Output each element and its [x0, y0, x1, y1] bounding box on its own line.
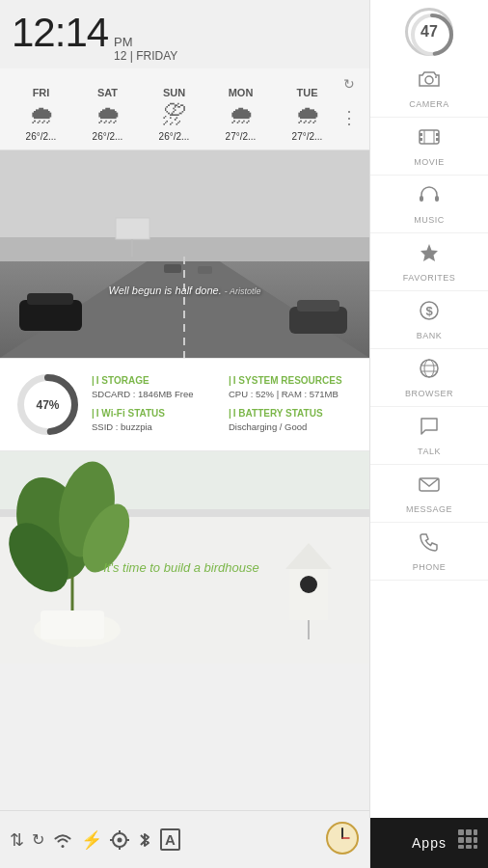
- weather-day: FRI 🌧 26°/2...: [8, 87, 74, 142]
- weather-day: MON 🌧 27°/2...: [207, 87, 274, 142]
- weather-day-temp: 27°/2...: [292, 131, 323, 142]
- svg-rect-5: [27, 293, 73, 305]
- svg-rect-41: [420, 130, 439, 144]
- sidebar-item-camera[interactable]: CAMERA: [370, 60, 488, 118]
- status-icons: ⇅ ↻ ⚡ A: [10, 828, 180, 851]
- svg-point-54: [424, 360, 434, 377]
- sidebar-item-phone[interactable]: PHONE: [370, 523, 488, 581]
- sidebar-item-label: MUSIC: [414, 215, 445, 225]
- weather-day-temp: 26°/2...: [93, 131, 123, 142]
- weather-day: SAT 🌧 26°/2...: [74, 87, 141, 142]
- battery-value: Discharging / Good: [229, 420, 358, 434]
- storage-section: |I STORAGE SDCARD : 1846MB Free: [92, 375, 221, 401]
- clock-widget-icon[interactable]: [325, 821, 360, 859]
- resources-section: |I SYSTEM RESOURCES CPU : 52% | RAM : 57…: [229, 375, 358, 401]
- battery-donut-svg: [408, 11, 456, 59]
- weather-day: TUE 🌧 27°/2...: [274, 87, 340, 142]
- wifi-title: |I Wi-Fi STATUS: [92, 408, 221, 419]
- clock-ampm: PM: [114, 35, 177, 49]
- weather-day-name: FRI: [33, 87, 50, 98]
- analog-clock-svg: [325, 821, 360, 855]
- weather-day: SUN ⛈ 26°/2...: [141, 87, 207, 142]
- storage-title: |I STORAGE: [92, 375, 221, 386]
- status-bar: ⇅ ↻ ⚡ A: [0, 810, 369, 868]
- sidebar-item-label: PHONE: [413, 562, 447, 572]
- svg-text:$: $: [425, 304, 433, 318]
- road-scene: Well begun is half done. - Aristotle: [0, 150, 369, 358]
- svg-rect-63: [474, 837, 477, 843]
- svg-marker-50: [420, 244, 438, 261]
- svg-point-40: [435, 76, 437, 78]
- sidebar-item-talk[interactable]: TALK: [370, 407, 488, 465]
- svg-rect-66: [474, 845, 477, 849]
- svg-rect-23: [41, 610, 104, 639]
- header: 12:14 PM 12 | FRIDAY: [0, 0, 369, 68]
- system-info-grid: 47% |I STORAGE SDCARD : 1846MB Free |I S…: [12, 368, 358, 441]
- sidebar-item-favorites[interactable]: FAVORITES: [370, 233, 488, 291]
- quote-author: - Aristotle: [225, 286, 261, 296]
- weather-day-name: SUN: [163, 87, 185, 98]
- talk-icon: [418, 415, 441, 444]
- plant-svg: [0, 451, 369, 664]
- quote-text: Well begun is half done. - Aristotle: [109, 285, 261, 296]
- weather-day-name: TUE: [297, 87, 318, 98]
- wifi-value: SSID : buzzpia: [92, 420, 221, 434]
- weather-day-temp: 26°/2...: [159, 131, 190, 142]
- svg-rect-8: [164, 264, 181, 273]
- system-details: |I STORAGE SDCARD : 1846MB Free |I SYSTE…: [92, 375, 358, 434]
- sync-icon: ↻: [32, 830, 44, 849]
- sidebar-item-message[interactable]: MESSAGE: [370, 465, 488, 523]
- battery-title: |I BATTERY STATUS: [229, 408, 358, 419]
- weather-day-icon: 🌧: [295, 102, 320, 127]
- bank-icon: $: [418, 299, 441, 328]
- clock-row: 12:14 PM 12 | FRIDAY: [12, 10, 358, 63]
- weather-section: FRI 🌧 26°/2... SAT 🌧 26°/2... SUN ⛈ 26°/…: [0, 68, 369, 150]
- weather-refresh-icon[interactable]: ↻: [343, 76, 355, 92]
- resources-title: |I SYSTEM RESOURCES: [229, 375, 358, 386]
- movie-icon: [418, 125, 441, 154]
- sidebar-item-label: BANK: [417, 331, 443, 340]
- plant-image: It's time to build a birdhouse: [0, 451, 369, 664]
- clock-date: 12 | FRIDAY: [114, 49, 177, 63]
- weather-day-name: SAT: [97, 87, 118, 98]
- sidebar-item-label: BROWSER: [405, 389, 453, 398]
- sidebar-item-label: MOVIE: [414, 157, 445, 167]
- storage-value: SDCARD : 1846MB Free: [92, 388, 221, 401]
- weather-day-temp: 27°/2...: [226, 131, 257, 142]
- svg-rect-49: [435, 196, 439, 202]
- svg-rect-58: [458, 829, 464, 835]
- sidebar-item-movie[interactable]: MOVIE: [370, 118, 488, 176]
- sidebar-item-music[interactable]: MUSIC: [370, 176, 488, 233]
- svg-point-39: [425, 76, 433, 84]
- svg-rect-42: [420, 133, 422, 136]
- svg-point-53: [420, 360, 438, 377]
- svg-rect-10: [116, 218, 149, 239]
- svg-point-26: [300, 576, 317, 593]
- music-icon: [418, 183, 441, 212]
- weather-day-temp: 26°/2...: [26, 131, 57, 142]
- sidebar-item-label: TALK: [418, 447, 441, 456]
- sidebar-item-bank[interactable]: $ BANK: [370, 291, 488, 349]
- grid-icon[interactable]: [457, 828, 478, 854]
- favorites-icon: [418, 241, 441, 270]
- svg-rect-64: [458, 845, 464, 849]
- svg-rect-44: [436, 133, 439, 136]
- main-content: 12:14 PM 12 | FRIDAY FRI 🌧 26°/2... SAT …: [0, 0, 369, 868]
- road-svg: [0, 150, 369, 358]
- svg-rect-7: [297, 300, 339, 312]
- svg-rect-43: [420, 138, 422, 141]
- clock-time: 12:14: [12, 10, 108, 56]
- sidebar-item-browser[interactable]: BROWSER: [370, 349, 488, 407]
- svg-rect-45: [436, 138, 439, 141]
- lightning-icon: ⚡: [81, 829, 102, 851]
- weather-day-icon: 🌧: [95, 102, 121, 127]
- svg-rect-61: [458, 837, 464, 843]
- battery-section: |I BATTERY STATUS Discharging / Good: [229, 408, 358, 434]
- location-icon: [110, 830, 129, 850]
- transfer-icon: ⇅: [10, 829, 24, 851]
- svg-rect-62: [466, 837, 472, 843]
- plant-quote-text: It's time to build a birdhouse: [103, 560, 258, 575]
- weather-day-icon: 🌧: [229, 102, 254, 127]
- weather-more-icon[interactable]: ⋮: [340, 107, 358, 128]
- donut-label: 47%: [36, 398, 59, 412]
